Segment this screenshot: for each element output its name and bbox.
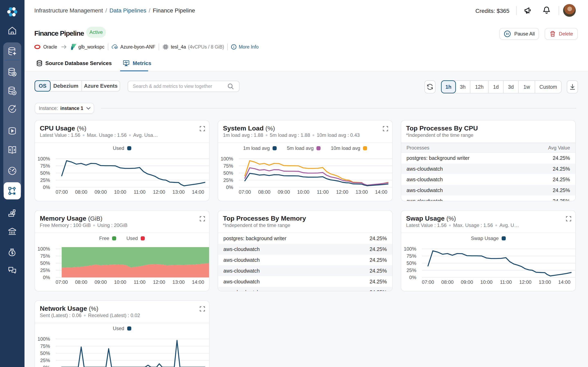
svg-text:09:00: 09:00 (95, 279, 107, 285)
svg-text:50%: 50% (40, 350, 50, 356)
svg-text:11:00: 11:00 (500, 279, 512, 285)
svg-text:11:00: 11:00 (134, 189, 146, 195)
svg-text:10:00: 10:00 (297, 189, 309, 195)
svg-text:09:00: 09:00 (461, 279, 473, 285)
svg-text:75%: 75% (406, 253, 416, 259)
svg-text:25%: 25% (40, 177, 50, 183)
svg-text:13:00: 13:00 (539, 279, 551, 285)
svg-text:25%: 25% (40, 358, 50, 363)
svg-text:08:00: 08:00 (75, 279, 87, 285)
svg-text:0%: 0% (43, 275, 50, 280)
svg-text:08:00: 08:00 (441, 279, 454, 285)
svg-text:0%: 0% (226, 184, 233, 190)
svg-text:07:00: 07:00 (239, 189, 251, 195)
svg-text:14:00: 14:00 (558, 279, 571, 285)
svg-text:100%: 100% (221, 156, 233, 161)
svg-text:25%: 25% (406, 267, 416, 273)
svg-text:50%: 50% (40, 170, 50, 175)
svg-text:10:00: 10:00 (114, 189, 126, 195)
svg-text:13:00: 13:00 (173, 189, 185, 195)
svg-text:12:00: 12:00 (153, 189, 165, 195)
svg-text:100%: 100% (38, 336, 50, 342)
svg-text:50%: 50% (406, 260, 416, 266)
svg-text:25%: 25% (40, 267, 50, 273)
svg-text:75%: 75% (40, 343, 50, 349)
svg-text:07:00: 07:00 (422, 279, 434, 285)
svg-text:11:00: 11:00 (317, 189, 329, 195)
svg-text:100%: 100% (38, 156, 50, 161)
svg-text:08:00: 08:00 (258, 189, 270, 195)
svg-text:100%: 100% (38, 246, 50, 251)
svg-text:0%: 0% (43, 184, 50, 190)
svg-text:07:00: 07:00 (56, 279, 68, 285)
svg-text:10:00: 10:00 (114, 279, 126, 285)
svg-text:14:00: 14:00 (192, 279, 204, 285)
svg-text:25%: 25% (223, 177, 233, 183)
svg-text:0%: 0% (409, 275, 416, 280)
svg-text:11:00: 11:00 (134, 279, 146, 285)
svg-text:07:00: 07:00 (56, 189, 68, 195)
svg-text:12:00: 12:00 (519, 279, 531, 285)
svg-text:10:00: 10:00 (480, 279, 493, 285)
svg-text:50%: 50% (40, 260, 50, 266)
svg-text:09:00: 09:00 (95, 189, 107, 195)
svg-text:75%: 75% (223, 163, 233, 168)
svg-text:100%: 100% (404, 246, 416, 251)
svg-text:12:00: 12:00 (336, 189, 348, 195)
svg-text:14:00: 14:00 (375, 189, 387, 195)
svg-text:0%: 0% (43, 365, 50, 367)
svg-text:75%: 75% (40, 163, 50, 168)
svg-text:14:00: 14:00 (192, 189, 204, 195)
svg-text:50%: 50% (223, 170, 233, 175)
svg-text:13:00: 13:00 (356, 189, 368, 195)
svg-text:08:00: 08:00 (75, 189, 87, 195)
svg-text:12:00: 12:00 (153, 279, 165, 285)
svg-text:09:00: 09:00 (278, 189, 290, 195)
svg-text:75%: 75% (40, 253, 50, 259)
svg-text:13:00: 13:00 (173, 279, 185, 285)
